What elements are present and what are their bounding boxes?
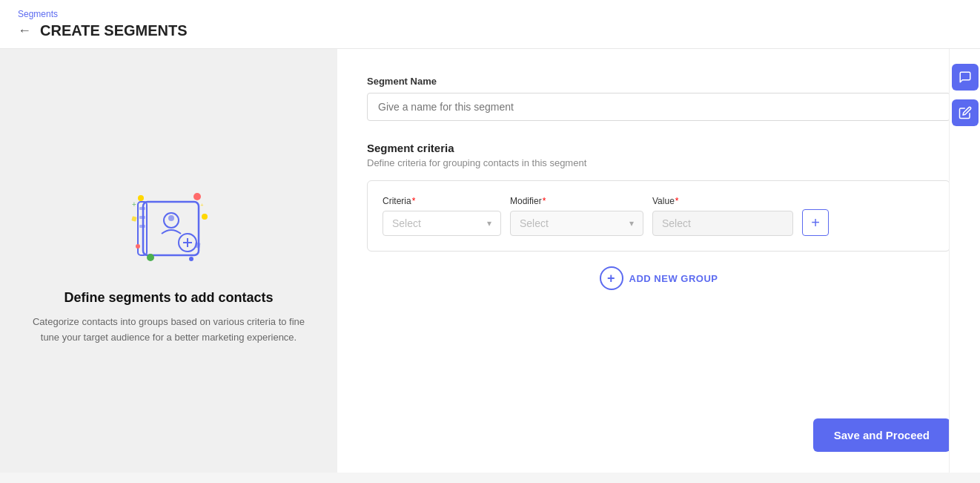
svg-text:+: + [200,202,204,208]
svg-point-14 [147,254,154,261]
criteria-row: Criteria* Select ▾ Modifier* Select ▾ [383,196,935,236]
value-select[interactable]: Select [652,211,793,236]
add-row-button[interactable]: + [802,209,829,236]
criteria-field-group: Criteria* Select ▾ [383,196,501,236]
modifier-field-group: Modifier* Select ▾ [510,196,643,236]
breadcrumb[interactable]: Segments [18,9,962,19]
add-group-button[interactable]: + ADD NEW GROUP [600,266,718,290]
add-group-container: + ADD NEW GROUP [367,266,950,290]
svg-point-12 [202,214,208,220]
header: Segments ← CREATE SEGMENTS [0,0,980,49]
criteria-label: Criteria* [383,196,501,206]
criteria-chevron-icon: ▾ [487,218,491,229]
value-field-group: Value* Select [652,196,793,236]
svg-rect-0 [143,202,199,255]
modifier-select-value: Select [520,217,549,229]
segment-name-input[interactable] [367,93,950,121]
modifier-select[interactable]: Select ▾ [510,211,643,236]
main-content: + + Define segments to add contacts Cate… [0,49,980,473]
svg-point-10 [138,195,144,201]
right-panel: Segment Name Segment criteria Define cri… [337,49,980,473]
svg-point-13 [136,244,140,249]
svg-point-15 [189,257,193,261]
criteria-select-value: Select [392,217,421,229]
svg-rect-16 [194,243,200,249]
illustration: + + [110,176,228,272]
svg-point-11 [193,193,201,200]
save-proceed-button[interactable]: Save and Proceed [813,418,950,452]
modifier-label: Modifier* [510,196,643,206]
svg-text:+: + [132,200,136,208]
page-title-row: ← CREATE SEGMENTS [18,22,962,39]
modifier-chevron-icon: ▾ [629,218,634,229]
svg-point-6 [168,215,174,221]
chat-icon-button[interactable] [952,64,979,91]
back-button[interactable]: ← [18,23,31,39]
left-panel-desc: Categorize contacts into groups based on… [24,315,314,346]
add-group-label: ADD NEW GROUP [629,273,718,284]
criteria-box: Criteria* Select ▾ Modifier* Select ▾ [367,180,950,252]
svg-rect-4 [139,225,145,228]
criteria-select[interactable]: Select ▾ [383,211,501,236]
svg-rect-3 [139,216,145,219]
left-panel-title: Define segments to add contacts [64,290,273,306]
segment-name-label: Segment Name [367,76,950,87]
page-title: CREATE SEGMENTS [40,22,188,39]
svg-rect-2 [139,207,145,210]
value-select-value: Select [662,217,691,229]
add-group-circle-icon: + [600,266,623,290]
value-label: Value* [652,196,793,206]
footer-actions: Save and Proceed [813,418,950,452]
criteria-section-title: Segment criteria [367,142,950,154]
edit-icon-button[interactable] [952,99,979,126]
svg-rect-17 [131,217,136,222]
criteria-section-desc: Define criteria for grouping contacts in… [367,157,950,168]
right-sidebar [949,49,980,473]
left-panel: + + Define segments to add contacts Cate… [0,49,337,473]
